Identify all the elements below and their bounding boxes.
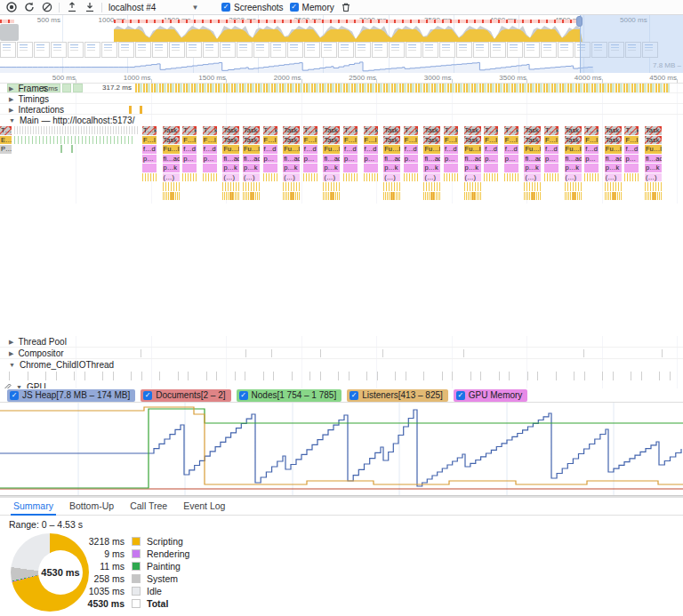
flame-event-js2[interactable]: (…)	[423, 173, 440, 182]
flame-event-stripes[interactable]	[584, 173, 599, 182]
flame-event-js[interactable]: fi…ad	[283, 155, 300, 164]
flame-event-js[interactable]: p…k	[645, 164, 662, 172]
timeline-overview[interactable]: 500 ms1000 ms1500 ms2000 ms2500 ms3000 m…	[0, 15, 683, 73]
flame-event-script[interactable]: Fu…ll	[383, 145, 400, 154]
tab-call-tree[interactable]: Call Tree	[122, 497, 175, 516]
flame-event-stripes[interactable]	[263, 173, 277, 182]
frame-block[interactable]	[62, 84, 71, 92]
flame-event-task[interactable]: T…k	[544, 126, 558, 135]
flame-event-js[interactable]: f…d	[444, 145, 458, 154]
flame-event-script[interactable]: Fu…ll	[283, 145, 300, 154]
flame-event-stripes[interactable]	[645, 182, 662, 191]
screenshot-thumbnail[interactable]	[135, 42, 151, 58]
flame-event-js[interactable]: f…d	[343, 145, 358, 154]
flame-event-js[interactable]: f…d	[263, 145, 277, 154]
flame-event-stripes[interactable]	[323, 182, 340, 191]
counter-toggle-nodes[interactable]: ✓Nodes[1 754 – 1 785]	[237, 389, 342, 402]
tab-summary[interactable]: Summary	[5, 497, 61, 516]
load-profile-icon[interactable]	[66, 2, 77, 13]
flame-event-js[interactable]: p…	[182, 155, 197, 164]
screenshot-thumbnail[interactable]	[152, 42, 168, 58]
flame-event-script[interactable]: Fu…ll	[163, 145, 180, 154]
flame-event-stripes[interactable]	[142, 173, 157, 182]
expand-arrow-icon[interactable]: ▼	[9, 362, 15, 368]
flame-event-js[interactable]: f…d	[303, 145, 317, 154]
flame-event-js[interactable]: p…	[544, 155, 558, 164]
flame-event-js[interactable]: p…k	[524, 164, 541, 172]
flame-event-js[interactable]: f…d	[504, 145, 518, 154]
history-select[interactable]: localhost #4 ▼	[108, 3, 215, 12]
flame-event-task[interactable]: Task	[243, 136, 260, 145]
track-compositor[interactable]: ▶Compositor	[0, 348, 683, 359]
flame-event-script[interactable]: F…l	[404, 136, 418, 145]
flame-event-js[interactable]	[584, 164, 599, 172]
flame-event-script[interactable]: F…l	[444, 136, 458, 145]
flame-event-js[interactable]: p…	[303, 155, 317, 164]
flame-event-task[interactable]: Task	[222, 126, 239, 135]
partial-frames-strip[interactable]	[135, 84, 670, 92]
flame-event-stripes[interactable]	[222, 182, 239, 191]
flame-event-js[interactable]	[624, 164, 639, 172]
tab-event-log[interactable]: Event Log	[175, 497, 233, 516]
flame-event-js[interactable]	[504, 164, 518, 172]
track-timings[interactable]: ▶Timings	[0, 93, 683, 104]
flame-event-js[interactable]: p…k	[222, 164, 239, 172]
flame-event-stripes[interactable]	[544, 173, 558, 182]
flame-event-script[interactable]: F…l	[504, 136, 518, 145]
flame-event-stripes[interactable]	[404, 173, 418, 182]
flame-event-js2[interactable]: (…)	[524, 173, 541, 182]
flame-event-task[interactable]: Task	[464, 136, 481, 145]
flame-event-stripes[interactable]	[565, 182, 582, 191]
flame-event-script[interactable]: E…t	[0, 136, 12, 145]
interaction-mark[interactable]	[140, 106, 142, 114]
track-childio-header[interactable]: ▼Chrome_ChildIOThread	[0, 359, 683, 370]
flame-event-task[interactable]: Task	[323, 126, 340, 135]
flame-event-js2[interactable]: (…)	[222, 173, 239, 182]
flame-event-js2[interactable]: (…)	[464, 173, 481, 182]
flame-event-js2[interactable]: (…)	[283, 173, 300, 182]
flame-event-js[interactable]: fi…ad	[565, 155, 582, 164]
flame-event-js2[interactable]: (…)	[605, 173, 622, 182]
screenshot-thumbnail[interactable]	[507, 42, 523, 58]
flame-event-js[interactable]: p…k	[243, 164, 260, 172]
flame-event-task[interactable]: Task	[383, 136, 400, 145]
flame-event-js[interactable]: fi…ad	[524, 155, 541, 164]
flame-event-stripes2[interactable]	[464, 192, 481, 201]
flame-event-stripes[interactable]	[182, 173, 197, 182]
flame-event-stripes[interactable]	[464, 182, 481, 191]
screenshot-thumbnail[interactable]	[338, 42, 354, 58]
flame-event-task[interactable]: T…k	[0, 126, 12, 135]
flame-event-task[interactable]: Task	[524, 126, 541, 135]
flame-event-js[interactable]: p…	[343, 155, 358, 164]
flame-event-stripes2[interactable]	[243, 192, 260, 201]
flame-event-js[interactable]: f…d	[484, 145, 498, 154]
flame-event-stripes[interactable]	[504, 173, 518, 182]
flame-event-stripes[interactable]	[444, 173, 458, 182]
screenshot-thumbnail[interactable]	[51, 42, 67, 58]
flame-event-script[interactable]: F…l	[544, 136, 558, 145]
flame-event-js[interactable]: p…k	[565, 164, 582, 172]
flame-event-script[interactable]: F…l	[203, 136, 217, 145]
flame-event-js[interactable]: fi…ad	[243, 155, 260, 164]
flame-event-task[interactable]: T…k	[504, 126, 518, 135]
track-thread-pool[interactable]: ▶Thread Pool	[0, 336, 683, 348]
flame-event-task[interactable]: Task	[323, 136, 340, 145]
flame-event-script[interactable]: Fu…ll	[222, 145, 239, 154]
screenshot-thumbnail[interactable]	[287, 42, 303, 58]
flame-event-stripes2[interactable]	[645, 192, 662, 201]
flame-event-js[interactable]: fi…ad	[645, 155, 662, 164]
overview-drag-handle[interactable]	[576, 16, 583, 27]
flame-event-task[interactable]: T…k	[584, 126, 599, 135]
collapse-arrow-icon[interactable]: ▶	[9, 96, 13, 103]
flame-event-task[interactable]: Task	[383, 126, 400, 135]
flame-event-js[interactable]: fi…ad	[464, 155, 481, 164]
flame-event-js[interactable]: p…	[504, 155, 518, 164]
flame-event-stripes[interactable]	[364, 173, 378, 182]
flame-event-stripes2[interactable]	[222, 192, 239, 201]
flame-event-stripes[interactable]	[605, 182, 622, 191]
flame-event-js[interactable]: p…k	[605, 164, 622, 172]
screenshot-thumbnail[interactable]	[321, 42, 337, 58]
track-frames[interactable]: 5 ms317.2 ms ▶Frames	[0, 83, 683, 93]
flame-event-stripes[interactable]	[524, 182, 541, 191]
flame-event-stripes2[interactable]	[323, 192, 340, 201]
